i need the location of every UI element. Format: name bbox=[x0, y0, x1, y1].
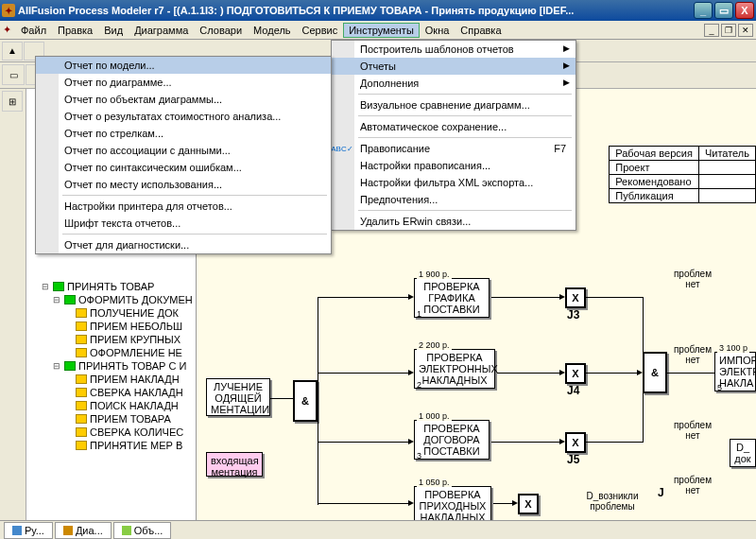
menu-report-font[interactable]: Шрифт текста отчетов... bbox=[36, 215, 331, 232]
tab-obj[interactable]: Объ... bbox=[113, 522, 172, 539]
tree-node[interactable]: ПРИЕМ НАКЛАДН bbox=[28, 373, 194, 386]
arrow-label: проблем нет bbox=[669, 420, 716, 441]
activity-box[interactable]: 3 100 pИМПОРТ ЭЛЕКТР НАКЛА5 bbox=[714, 352, 756, 391]
tree-node[interactable]: ПОИСК НАКЛАДН bbox=[28, 399, 194, 412]
minimize-button[interactable]: _ bbox=[694, 2, 713, 19]
reports-submenu: Отчет по модели... Отчет по диаграмме...… bbox=[35, 56, 332, 254]
side-tool[interactable]: ⊞ bbox=[2, 91, 23, 112]
app-icon: ✦ bbox=[2, 4, 15, 17]
side-toolbar: ⊞ bbox=[0, 89, 26, 520]
menu-visual-compare[interactable]: Визуальное сравнение диаграмм... bbox=[332, 96, 576, 113]
tree-node[interactable]: ОФОРМЛЕНИЕ НЕ bbox=[28, 346, 194, 359]
junction-label: J4 bbox=[567, 384, 579, 397]
bottom-tabs: Ру... Диа... Объ... bbox=[0, 520, 756, 539]
activity-box[interactable]: входящая ментация bbox=[206, 452, 263, 477]
close-button[interactable]: X bbox=[735, 2, 754, 19]
menu-help[interactable]: Справка bbox=[455, 23, 507, 38]
mdi-close[interactable]: ✕ bbox=[738, 24, 753, 37]
tree-node[interactable]: ⊟ПРИНЯТЬ ТОВАР С И bbox=[28, 359, 194, 373]
junction-and[interactable]: & bbox=[643, 352, 667, 393]
tree-node[interactable]: ПРИЕМ ТОВАРА bbox=[28, 412, 194, 426]
junction-and[interactable]: & bbox=[293, 380, 318, 422]
menu-data-assoc-report[interactable]: Отчет по ассоциации с данными... bbox=[36, 142, 331, 159]
menu-model[interactable]: Модель bbox=[248, 23, 296, 38]
junction-x[interactable]: X bbox=[518, 494, 539, 514]
tree-node[interactable]: СВЕРКА НАКЛАДН bbox=[28, 386, 194, 399]
model-tree: ⊟ПРИНЯТЬ ТОВАР ⊟ОФОРМИТЬ ДОКУМЕН ПОЛУЧЕН… bbox=[26, 278, 196, 454]
tree-node[interactable]: ПРИЕМ НЕБОЛЬШ bbox=[28, 320, 194, 333]
junction-x[interactable]: X bbox=[565, 363, 586, 384]
menu-objects-report[interactable]: Отчет по объектам диаграммы... bbox=[36, 91, 331, 108]
menu-preferences[interactable]: Предпочтения... bbox=[332, 191, 576, 208]
menu-spellcheck[interactable]: ABC✓ПравописаниеF7 bbox=[332, 140, 576, 157]
arrow-label: проблем нет bbox=[669, 269, 716, 289]
menu-edit[interactable]: Правка bbox=[52, 23, 98, 38]
activity-box[interactable]: 1 900 p.ПРОВЕРКА ГРАФИКА ПОСТАВКИ1 bbox=[414, 278, 490, 318]
tab-dia[interactable]: Диа... bbox=[55, 522, 112, 539]
tree-node[interactable]: СВЕРКА КОЛИЧЕС bbox=[28, 426, 194, 439]
tree-node[interactable]: ПРИНЯТИЕ МЕР В bbox=[28, 439, 194, 452]
menubar: ✦ Файл Правка Вид Диаграмма Словари Моде… bbox=[0, 21, 756, 40]
menu-printer-settings[interactable]: Настройки принтера для отчетов... bbox=[36, 198, 331, 215]
menu-windows[interactable]: Окна bbox=[420, 23, 455, 38]
menu-autosave[interactable]: Автоматическое сохранение... bbox=[332, 118, 576, 135]
menu-model-report[interactable]: Отчет по модели... bbox=[36, 57, 331, 74]
menu-diagram-report[interactable]: Отчет по диаграмме... bbox=[36, 74, 331, 91]
menu-tools[interactable]: Инструменты bbox=[343, 23, 420, 38]
mdi-buttons: _ ❐ ✕ bbox=[704, 24, 753, 37]
mdi-restore[interactable]: ❐ bbox=[721, 24, 736, 37]
app-glyph-icon: ✦ bbox=[3, 24, 11, 36]
menu-file[interactable]: Файл bbox=[15, 23, 52, 38]
menu-cost-report[interactable]: Отчет о результатах стоимостного анализа… bbox=[36, 108, 331, 125]
window-title: AllFusion Process Modeler r7 - [(A.1.1I3… bbox=[18, 5, 574, 16]
menu-arrows-report[interactable]: Отчет по стрелкам... bbox=[36, 125, 331, 142]
menu-usage-report[interactable]: Отчет по месту использования... bbox=[36, 176, 331, 193]
menu-syntax-report[interactable]: Отчет по синтаксическим ошибкам... bbox=[36, 159, 331, 176]
tools-dropdown: Построитель шаблонов отчетов▶ Отчеты▶ До… bbox=[331, 40, 576, 231]
menu-xml-filter[interactable]: Настройки фильтра XML экспорта... bbox=[332, 174, 576, 191]
menu-diagram[interactable]: Диаграмма bbox=[129, 23, 194, 38]
window-buttons: _ ▭ X bbox=[694, 2, 754, 19]
junction-x[interactable]: X bbox=[565, 287, 586, 308]
menu-spell-settings[interactable]: Настройки правописания... bbox=[332, 157, 576, 174]
junction-label: J5 bbox=[567, 453, 579, 466]
tree-node[interactable]: ⊟ОФОРМИТЬ ДОКУМЕН bbox=[28, 293, 194, 306]
tab-ru[interactable]: Ру... bbox=[4, 522, 53, 539]
menu-diagnostic-report[interactable]: Отчет для диагностиски... bbox=[36, 236, 331, 253]
maximize-button[interactable]: ▭ bbox=[714, 2, 733, 19]
arrow-label: проблем нет bbox=[669, 475, 716, 496]
junction-x[interactable]: X bbox=[565, 432, 586, 453]
menu-report-templates[interactable]: Построитель шаблонов отчетов▶ bbox=[332, 41, 576, 58]
mdi-minimize[interactable]: _ bbox=[704, 24, 719, 37]
pointer-tool[interactable]: ▲ bbox=[2, 42, 23, 61]
tree-node[interactable]: ПОЛУЧЕНИЕ ДОК bbox=[28, 306, 194, 320]
titlebar: ✦ AllFusion Process Modeler r7 - [(A.1.1… bbox=[0, 0, 756, 21]
tree-node[interactable]: ПРИЕМ КРУПНЫХ bbox=[28, 333, 194, 346]
menu-dictionaries[interactable]: Словари bbox=[194, 23, 248, 38]
info-table: Рабочая версияЧитатель Проект Рекомендов… bbox=[609, 146, 756, 203]
tool-button[interactable]: ▭ bbox=[2, 64, 25, 85]
activity-box[interactable]: ЛУЧЕНИЕ ОДЯЩЕЙ МЕНТАЦИИ bbox=[206, 378, 270, 416]
menu-remove-erwin[interactable]: Удалить ERwin связи... bbox=[332, 213, 576, 230]
tree-node[interactable]: ⊟ПРИНЯТЬ ТОВАР bbox=[28, 280, 194, 293]
junction-label: J bbox=[658, 486, 664, 499]
menu-service[interactable]: Сервис bbox=[297, 23, 344, 38]
menu-view[interactable]: Вид bbox=[98, 23, 129, 38]
activity-box[interactable]: 1 000 p.ПРОВЕРКА ДОГОВОРА ПОСТАВКИ3 bbox=[414, 420, 490, 460]
arrow-label: D_возникли проблемы bbox=[575, 491, 650, 512]
activity-box[interactable]: 2 200 p.ПРОВЕРКА ЭЛЕКТРОННЫХ НАКЛАДНЫХ2 bbox=[414, 349, 495, 389]
activity-box[interactable]: D_ док bbox=[730, 439, 756, 467]
arrow-label: проблем нет bbox=[669, 344, 716, 365]
menu-addons[interactable]: Дополнения▶ bbox=[332, 75, 576, 92]
menu-reports[interactable]: Отчеты▶ bbox=[332, 58, 576, 75]
abc-icon: ABC✓ bbox=[335, 142, 349, 155]
activity-box[interactable]: 1 050 p.ПРОВЕРКА ПРИХОДНЫХ НАКЛАДНЫХ bbox=[414, 486, 491, 520]
junction-label: J3 bbox=[567, 308, 579, 322]
